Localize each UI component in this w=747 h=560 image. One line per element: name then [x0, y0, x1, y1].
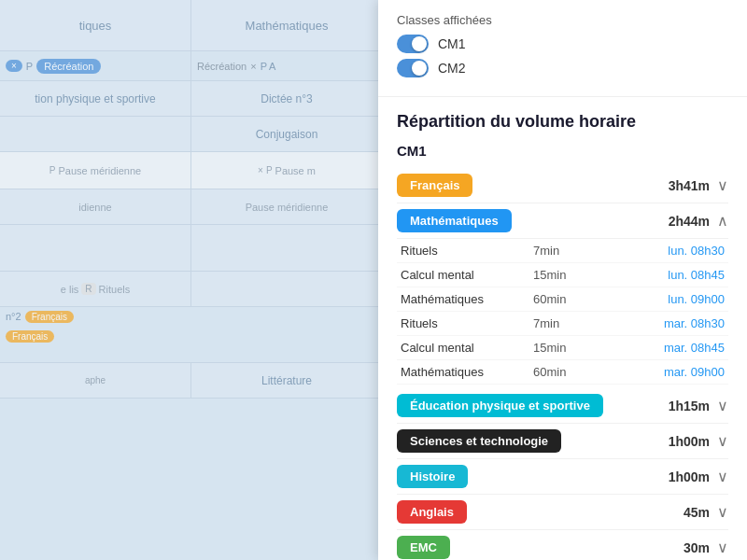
sub-item-name-5: Mathématiques	[397, 360, 529, 385]
chevron-icon-5[interactable]: ∨	[717, 503, 728, 521]
subject-row-4[interactable]: Histoire1h00m∨	[397, 459, 728, 495]
bg-pause1-text: P	[49, 165, 56, 175]
sub-item-slot-0: lun. 08h30	[596, 239, 728, 263]
subject-row-5[interactable]: Anglais45m∨	[397, 495, 728, 530]
subject-badge-3: Sciences et technologie	[397, 429, 561, 453]
sub-item-slot-3: mar. 08h30	[596, 312, 728, 336]
sub-item-duration-5: 60min	[529, 360, 596, 385]
sub-item-row-1-0: Rituels7minlun. 08h30	[397, 239, 728, 263]
classes-title: Classes affichées	[397, 13, 728, 27]
sub-item-slot-1: lun. 08h45	[596, 263, 728, 287]
chevron-icon-1[interactable]: ∧	[717, 212, 728, 230]
bg-event-dictee: Dictée n°3	[191, 81, 383, 116]
bg-row6-c1: e lis R Rituels	[0, 272, 191, 306]
subject-row-2[interactable]: Éducation physique et sportive1h15m∨	[397, 388, 728, 424]
sub-item-duration-4: 15min	[529, 336, 596, 360]
subject-badge-0: Français	[397, 174, 472, 197]
subject-time-5: 45m	[684, 505, 710, 520]
subject-badge-6: EMC	[397, 536, 450, 559]
sub-item-row-1-5: Mathématiques60minmar. 09h00	[397, 360, 728, 385]
bg-event-empty	[0, 117, 191, 151]
subjects-list: Français3h41m∨Mathématiques2h44m∧Rituels…	[397, 168, 728, 560]
bg-raphe: aphe	[0, 363, 191, 398]
sub-item-name-0: Rituels	[397, 239, 529, 263]
volume-panel: Classes affichées CM1 CM2 Répartition du…	[378, 0, 747, 560]
volume-section: Répartition du volume horaire CM1 França…	[378, 97, 747, 560]
chevron-icon-6[interactable]: ∨	[717, 539, 728, 556]
sub-item-row-1-1: Calcul mental15minlun. 08h45	[397, 263, 728, 287]
chevron-icon-4[interactable]: ∨	[717, 468, 728, 485]
bg-pause2-p: P	[266, 165, 273, 175]
subject-time-0: 3h41m	[669, 178, 710, 193]
sub-item-row-1-2: Mathématiques60minlun. 09h00	[397, 287, 728, 312]
bg-badges-row: n°2 Français	[6, 311, 74, 323]
bg-col1-header: tiques	[0, 0, 191, 50]
bg-n2: n°2	[6, 311, 21, 323]
subject-right-3: 1h00m∨	[669, 432, 728, 450]
background-timetable: tiques Mathématiques × P Récréation Récr…	[0, 0, 383, 560]
subject-row-0[interactable]: Français3h41m∨	[397, 168, 728, 203]
sub-item-slot-2: lun. 09h00	[596, 287, 728, 312]
cm1-toggle[interactable]	[397, 35, 429, 53]
classes-header: Classes affichées CM1 CM2	[378, 0, 747, 97]
subject-time-3: 1h00m	[669, 434, 710, 449]
chevron-icon-0[interactable]: ∨	[717, 176, 728, 194]
subject-badge-5: Anglais	[397, 500, 467, 524]
subject-time-4: 1h00m	[669, 469, 710, 484]
subject-right-6: 30m∨	[684, 539, 728, 556]
cm2-toggle[interactable]	[397, 59, 429, 77]
sub-item-row-1-3: Rituels7minmar. 08h30	[397, 312, 728, 336]
bg-litterature: Littérature	[191, 363, 383, 398]
tab1-x: ×	[6, 60, 22, 72]
tab2-x: ×	[250, 61, 256, 72]
subject-row-3[interactable]: Sciences et technologie1h00m∨	[397, 424, 728, 459]
tab2-label: Récréation	[197, 61, 247, 72]
sub-item-duration-2: 60min	[529, 287, 596, 312]
chevron-icon-3[interactable]: ∨	[717, 432, 728, 450]
sub-item-duration-3: 7min	[529, 312, 596, 336]
bg-francais-badge2-row: Français	[6, 327, 54, 343]
sub-items-table-1: Rituels7minlun. 08h30Calcul mental15minl…	[397, 239, 728, 385]
sub-item-name-4: Calcul mental	[397, 336, 529, 360]
tab1-p: P	[26, 61, 33, 72]
bg-row5-c1	[0, 225, 191, 271]
bg-pause1: P Pause méridienne	[0, 152, 191, 189]
subject-badge-2: Éducation physique et sportive	[397, 394, 603, 417]
class-level: CM1	[397, 143, 728, 159]
sub-item-duration-1: 15min	[529, 263, 596, 287]
subject-time-1: 2h44m	[669, 214, 710, 229]
bg-rituels-label: Rituels	[99, 284, 131, 295]
sub-item-slot-4: mar. 08h45	[596, 336, 728, 360]
bg-row5-c2	[191, 225, 383, 271]
sub-item-name-2: Mathématiques	[397, 287, 529, 312]
tab1-label: Récréation	[36, 59, 101, 74]
bg-pause2: × P Pause m	[191, 152, 383, 189]
bg-francais-badge2: Français	[6, 330, 54, 343]
bg-pause2-x: ×	[258, 165, 263, 175]
subject-badge-1: Mathématiques	[397, 209, 512, 232]
sub-item-name-1: Calcul mental	[397, 263, 529, 287]
cm2-label: CM2	[438, 61, 466, 76]
cm1-label: CM1	[438, 36, 466, 51]
subject-row-1[interactable]: Mathématiques2h44m∧	[397, 203, 728, 239]
subject-row-6[interactable]: EMC30m∨	[397, 530, 728, 560]
bg-row6-c2	[191, 272, 383, 306]
bg-row4-c2: Pause méridienne	[191, 189, 383, 224]
bg-tab2: Récréation × P A	[191, 51, 383, 80]
sub-item-name-3: Rituels	[397, 312, 529, 336]
bg-row4-c1: idienne	[0, 189, 191, 224]
cm2-toggle-row: CM2	[397, 59, 728, 77]
subject-right-0: 3h41m∨	[669, 176, 728, 194]
subject-badge-4: Histoire	[397, 465, 468, 488]
bg-pause2-label: Pause m	[275, 165, 316, 176]
subject-right-5: 45m∨	[684, 503, 728, 521]
tab2-extra: A	[269, 61, 275, 72]
bg-francais-badge1: Français	[25, 311, 74, 323]
chevron-icon-2[interactable]: ∨	[717, 397, 728, 414]
cm1-toggle-row: CM1	[397, 35, 728, 53]
volume-title: Répartition du volume horaire	[397, 112, 728, 132]
bg-pause1-label: Pause méridienne	[59, 165, 142, 176]
sub-item-slot-5: mar. 09h00	[596, 360, 728, 385]
subject-right-2: 1h15m∨	[669, 397, 728, 414]
sub-item-row-1-4: Calcul mental15minmar. 08h45	[397, 336, 728, 360]
